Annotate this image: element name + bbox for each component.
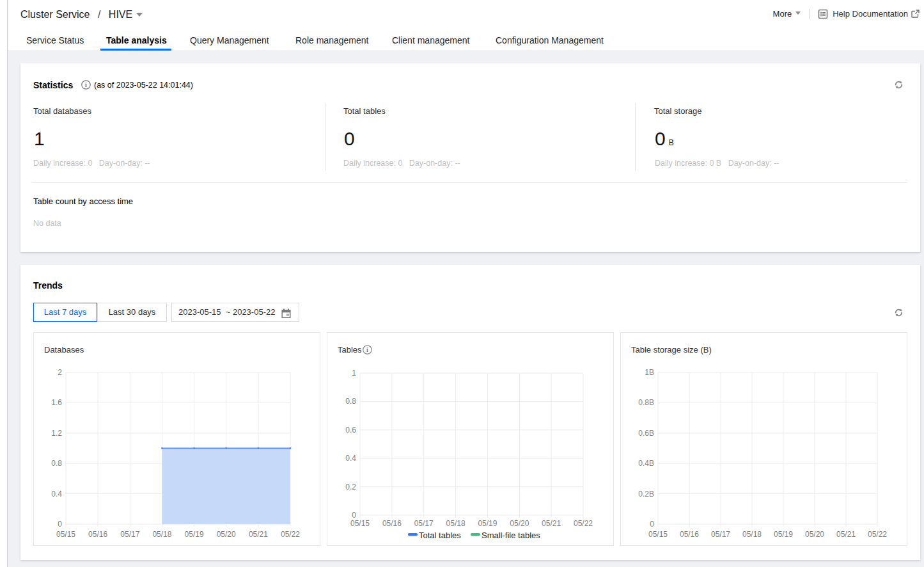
svg-text:05/22: 05/22 [281,530,300,539]
svg-text:Small-file tables: Small-file tables [482,531,540,540]
svg-text:05/20: 05/20 [510,519,529,528]
svg-text:Total tables: Total tables [419,531,461,540]
svg-text:0.6: 0.6 [345,426,356,435]
svg-text:0.2B: 0.2B [638,490,654,499]
svg-text:05/16: 05/16 [680,530,699,539]
svg-text:05/18: 05/18 [742,530,762,539]
svg-text:2: 2 [58,368,62,377]
svg-text:1B: 1B [645,368,654,377]
svg-text:05/19: 05/19 [185,530,204,539]
svg-text:05/20: 05/20 [805,530,824,539]
svg-text:05/19: 05/19 [478,519,497,528]
svg-text:05/21: 05/21 [542,519,561,528]
svg-text:05/17: 05/17 [414,519,434,528]
svg-text:05/17: 05/17 [711,530,730,539]
svg-text:05/16: 05/16 [382,519,402,528]
svg-text:05/15: 05/15 [56,530,75,539]
svg-text:0.8: 0.8 [51,459,62,468]
svg-text:0.8: 0.8 [345,397,356,406]
svg-text:0.8B: 0.8B [638,398,654,407]
svg-text:05/16: 05/16 [88,530,107,539]
svg-text:05/19: 05/19 [774,530,793,539]
svg-text:1.6: 1.6 [51,398,62,407]
svg-text:1.2: 1.2 [51,429,62,438]
svg-text:05/22: 05/22 [574,519,593,528]
svg-text:0.4B: 0.4B [638,459,654,468]
svg-text:05/17: 05/17 [120,530,139,539]
svg-text:05/18: 05/18 [446,519,466,528]
svg-text:0.2: 0.2 [345,483,356,491]
svg-text:i: i [85,81,87,88]
svg-text:1: 1 [352,369,356,378]
svg-text:0: 0 [58,520,62,529]
svg-text:05/15: 05/15 [648,530,668,539]
svg-text:05/15: 05/15 [350,519,370,528]
svg-text:0.4: 0.4 [345,454,356,463]
svg-text:05/22: 05/22 [868,530,887,539]
svg-text:05/21: 05/21 [249,530,268,539]
svg-text:0.6B: 0.6B [638,429,654,438]
svg-text:05/18: 05/18 [152,530,171,539]
svg-text:05/21: 05/21 [836,530,856,539]
svg-text:0.4: 0.4 [51,490,62,499]
svg-text:0: 0 [650,520,654,529]
svg-text:05/20: 05/20 [217,530,236,539]
svg-text:0: 0 [352,511,356,520]
